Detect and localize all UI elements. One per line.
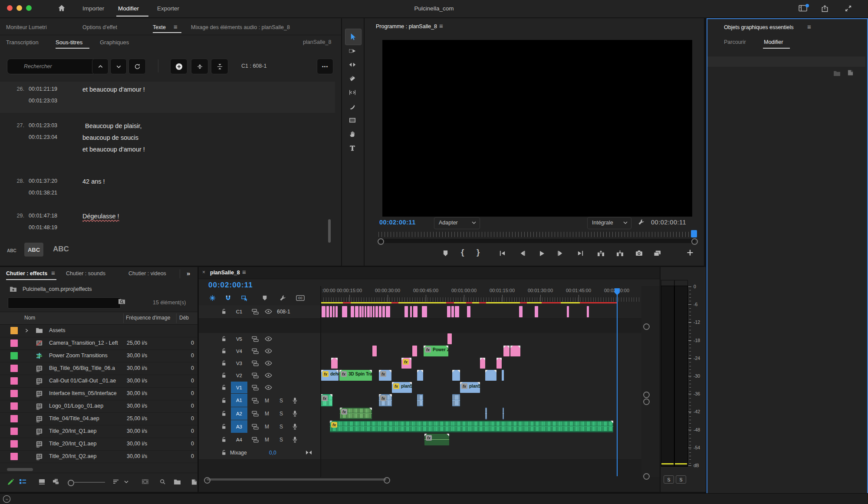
- label-color-chip[interactable]: [10, 352, 18, 359]
- search-in-bin-icon[interactable]: [118, 298, 125, 305]
- track-content-v5[interactable]: [321, 333, 641, 346]
- caption-text-line[interactable]: 42 ans !: [82, 178, 105, 185]
- caption-clip[interactable]: [373, 306, 375, 317]
- bin-tab-1[interactable]: Chutier : sounds: [66, 270, 105, 277]
- track-target-v2[interactable]: V2: [231, 369, 247, 381]
- caption-clip[interactable]: [587, 306, 589, 317]
- bin-search-input[interactable]: [8, 297, 121, 309]
- in-brace-icon[interactable]: {: [461, 247, 464, 257]
- bin-hscrollbar[interactable]: [7, 468, 33, 471]
- out-brace-icon[interactable]: }: [477, 247, 480, 257]
- sync-lock-icon[interactable]: [252, 424, 259, 430]
- video-clip[interactable]: [447, 333, 452, 344]
- video-clip[interactable]: [510, 346, 520, 356]
- caption-clip[interactable]: [355, 306, 358, 317]
- solo-button[interactable]: S: [279, 411, 283, 417]
- caption-clip[interactable]: [326, 306, 329, 317]
- caption-clip[interactable]: [413, 306, 418, 317]
- freeform-view-icon[interactable]: [52, 478, 59, 485]
- quality-dropdown[interactable]: Intégrale: [587, 217, 631, 229]
- subtab-sous-titres[interactable]: Sous-titres: [56, 39, 82, 46]
- filmstrip-icon[interactable]: [141, 479, 149, 484]
- caption-text-line[interactable]: et beaucoup d'amour !: [82, 86, 145, 93]
- settings-wrench-icon[interactable]: [638, 219, 644, 225]
- egp-tab-parcourir[interactable]: Parcourir: [724, 39, 746, 45]
- record-mic-icon[interactable]: [293, 410, 297, 417]
- slip-tool-icon[interactable]: [349, 89, 356, 96]
- vscroll-handle[interactable]: [643, 473, 650, 480]
- program-scrubber-ticks[interactable]: [378, 232, 694, 237]
- timeline-zoom-scrollbar[interactable]: [207, 478, 386, 481]
- program-zoom-scrollbar[interactable]: [378, 239, 695, 243]
- track-target-v1[interactable]: V1: [231, 382, 247, 393]
- share-icon[interactable]: [821, 5, 829, 12]
- video-clip-3d-spin-transi[interactable]: fx3D Spin Transi: [339, 370, 372, 381]
- video-clip[interactable]: [331, 358, 338, 369]
- rectangle-tool-icon[interactable]: [349, 116, 356, 124]
- vscroll-handle[interactable]: [643, 323, 650, 330]
- next-caption-button[interactable]: [110, 59, 127, 74]
- track-lock-icon[interactable]: [221, 309, 227, 314]
- label-color-chip[interactable]: [10, 440, 18, 448]
- program-panel-menu-icon[interactable]: ≡: [439, 22, 443, 30]
- step-back-icon[interactable]: [519, 250, 526, 257]
- video-clip[interactable]: [480, 358, 485, 369]
- bin-row-camera-transition-12-left[interactable]: Camera_Transition_12 - Left25,00 i/s0: [0, 337, 197, 350]
- caption-out-timecode[interactable]: 00:01:23:04: [29, 134, 57, 140]
- track-lock-icon[interactable]: [221, 411, 227, 416]
- new-folder-icon[interactable]: [833, 70, 841, 76]
- video-clip-deho[interactable]: fxdeho: [321, 370, 339, 381]
- vscroll-handle[interactable]: [643, 392, 650, 398]
- caption-row-28[interactable]: 28.00:01:37:2000:01:38:2142 ans !: [0, 174, 335, 205]
- column-framerate[interactable]: Fréquence d'image: [126, 315, 170, 321]
- caption-clip[interactable]: [330, 306, 332, 317]
- scrollbar-left-handle[interactable]: [378, 238, 384, 245]
- mute-button[interactable]: M: [265, 424, 269, 430]
- caption-clip[interactable]: [379, 306, 381, 317]
- record-mic-icon[interactable]: [293, 436, 297, 443]
- more-options-button[interactable]: •••: [317, 59, 333, 74]
- audio-clip[interactable]: [503, 408, 504, 419]
- track-target-c1[interactable]: C1: [231, 305, 247, 318]
- track-select-tool-icon[interactable]: [349, 47, 356, 55]
- track-target-a3[interactable]: A3: [231, 420, 247, 433]
- bin-row-call-out-01-call-out-01-ae[interactable]: Call-Out 01/Call-Out _01.ae30,00 i/s0: [0, 375, 197, 388]
- label-color-chip[interactable]: [10, 402, 18, 410]
- track-lock-icon[interactable]: [221, 437, 227, 442]
- solo-button[interactable]: S: [279, 398, 283, 404]
- bin-breadcrumb[interactable]: Pulcinella_com.prproj\effects: [23, 286, 92, 292]
- track-lock-icon[interactable]: [221, 360, 227, 366]
- ripple-edit-tool-icon[interactable]: [349, 61, 356, 69]
- icon-view-icon[interactable]: [38, 478, 46, 485]
- track-lock-icon[interactable]: [221, 450, 227, 455]
- bin-row-interface-items-05-interface[interactable]: Interface Items_05/Interface30,00 i/s0: [0, 387, 197, 400]
- track-content-a4[interactable]: [321, 433, 641, 447]
- mute-button[interactable]: M: [265, 437, 269, 443]
- label-color-chip[interactable]: [10, 428, 18, 435]
- caption-text-line[interactable]: et beaucoup d'amour !: [82, 146, 145, 153]
- subtab-graphiques[interactable]: Graphiques: [100, 39, 129, 46]
- track-content-v1[interactable]: [321, 382, 641, 394]
- caption-in-timecode[interactable]: 00:01:23:03: [29, 122, 57, 128]
- caption-clip[interactable]: [365, 306, 366, 317]
- sync-lock-icon[interactable]: [252, 309, 259, 315]
- video-clip-power-zo[interactable]: fxPower Zo: [424, 346, 448, 356]
- caption-in-timecode[interactable]: 00:01:21:19: [29, 86, 57, 92]
- fullscreen-icon[interactable]: [845, 5, 852, 12]
- track-target-a4[interactable]: A4: [231, 433, 247, 446]
- selection-tool-icon[interactable]: [349, 33, 357, 41]
- audio-clip[interactable]: [485, 408, 487, 419]
- caption-clip[interactable]: [335, 306, 338, 317]
- caption-clip[interactable]: [451, 306, 454, 317]
- audio-clip[interactable]: fx: [379, 394, 392, 406]
- sync-lock-icon[interactable]: [252, 437, 259, 443]
- bin-row-logo-01-logo-01-aep[interactable]: Logo_01/Logo_01.aep30,00 i/s0: [0, 400, 197, 413]
- caption-size-large-button[interactable]: ABC: [53, 245, 69, 254]
- panel-tab-3[interactable]: Mixage des éléments audio : planSalle_8: [191, 24, 290, 30]
- caption-clip[interactable]: [342, 306, 347, 317]
- play-icon[interactable]: [538, 250, 545, 257]
- caption-size-medium-button[interactable]: ABC: [24, 243, 43, 257]
- prev-caption-button[interactable]: [92, 59, 108, 74]
- caption-clip[interactable]: [386, 306, 390, 317]
- video-clip[interactable]: [485, 370, 496, 381]
